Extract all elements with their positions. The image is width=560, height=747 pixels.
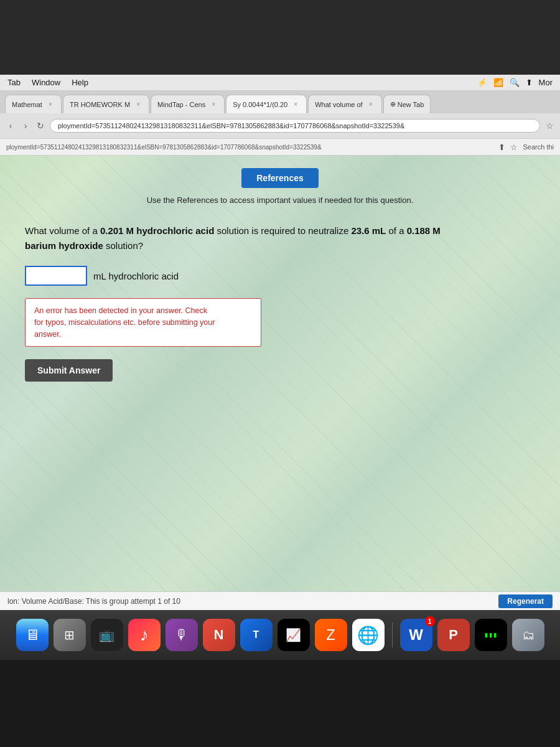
menu-window[interactable]: Window <box>32 78 60 87</box>
refresh-icon[interactable]: ↻ <box>35 120 46 131</box>
answer-unit: mL hydrochloric acid <box>93 271 179 281</box>
tab-math-label: Mathemat <box>12 101 42 108</box>
share-toolbar-icon[interactable]: ⬆ <box>498 143 505 152</box>
tab-newtab[interactable]: ⊕ New Tab <box>383 95 431 113</box>
more-label: Mor <box>539 78 553 87</box>
star-toolbar-icon[interactable]: ☆ <box>510 143 518 152</box>
tab-sy[interactable]: Sy 0.0044*1/(0.20 × <box>226 95 307 113</box>
dock-podcasts[interactable]: 🎙 <box>166 619 198 651</box>
tab-newtab-icon: ⊕ <box>390 100 396 108</box>
references-label: Use the References to access important v… <box>25 195 535 205</box>
regenerate-button[interactable]: Regenerat <box>498 594 553 608</box>
tab-volume[interactable]: What volume of × <box>308 95 381 113</box>
dock-news[interactable]: N <box>203 619 235 651</box>
tab-homework[interactable]: TR HOMEWORK M × <box>63 95 149 113</box>
tab-newtab-label: New Tab <box>398 101 424 108</box>
tab-homework-label: TR HOMEWORK M <box>70 101 130 108</box>
error-text: An error has been detected in your answe… <box>34 305 252 340</box>
submit-answer-button[interactable]: Submit Answer <box>25 359 113 382</box>
dock-stocks[interactable]: 📈 <box>278 619 310 651</box>
menu-bar-right: ⚡ 📶 🔍 ⬆ Mor <box>477 78 553 87</box>
macos-search-icon[interactable]: 🔍 <box>510 78 520 87</box>
dock-music[interactable]: ♪ <box>128 619 161 651</box>
dock-notes[interactable]: Z <box>315 619 347 651</box>
dock-chrome[interactable]: 🌐 <box>352 619 385 651</box>
dock-launchpad[interactable]: ⊞ <box>54 619 86 651</box>
menu-tab[interactable]: Tab <box>7 78 21 87</box>
dock: 🖥 ⊞ 📺 ♪ 🎙 N T 📈 Z 🌐 W 1 P ▮▮▮ <box>0 610 560 660</box>
address-bar-url: ploymentId=5735112480241329813180832311&… <box>58 122 404 129</box>
tab-math-close[interactable]: × <box>46 100 55 109</box>
dock-divider <box>392 622 393 647</box>
tab-homework-close[interactable]: × <box>134 100 142 109</box>
tab-volume-label: What volume of <box>315 101 362 108</box>
status-bar: lon: Volume Acid/Base: This is group att… <box>0 591 560 610</box>
tab-bar: Mathemat × TR HOMEWORK M × MindTap - Cen… <box>0 91 560 113</box>
address-bar[interactable]: ploymentId=5735112480241329813180832311&… <box>50 119 540 133</box>
tab-mindtap[interactable]: MindTap - Cens × <box>151 95 225 113</box>
dock-tv[interactable]: 📺 <box>91 619 123 651</box>
dock-finder[interactable]: 🖥 <box>16 619 49 651</box>
battery-icon: ⚡ <box>477 78 487 87</box>
toolbar-full-url: ploymentId=5735112480241329813180832311&… <box>6 144 498 151</box>
page-content: References Use the References to access … <box>0 156 560 591</box>
answer-input[interactable] <box>25 266 87 286</box>
error-box: An error has been detected in your answe… <box>25 298 261 347</box>
tab-sy-label: Sy 0.0044*1/(0.20 <box>233 101 287 108</box>
menu-help[interactable]: Help <box>72 78 88 87</box>
question-text: What volume of a 0.201 M hydrochloric ac… <box>25 223 460 253</box>
answer-row: mL hydrochloric acid <box>25 266 535 286</box>
tab-sy-close[interactable]: × <box>291 100 300 109</box>
tab-mindtap-close[interactable]: × <box>209 100 218 109</box>
search-this-label: Search thi <box>523 143 554 151</box>
references-button[interactable]: References <box>241 168 319 188</box>
back-icon[interactable]: ‹ <box>5 120 16 131</box>
toolbar-row: ploymentId=5735112480241329813180832311&… <box>0 138 560 156</box>
toolbar-right: ⬆ ☆ Search thi <box>498 143 554 152</box>
bookmark-icon[interactable]: ☆ <box>544 120 555 131</box>
tab-math[interactable]: Mathemat × <box>5 95 62 113</box>
tab-mindtap-label: MindTap - Cens <box>157 101 205 108</box>
tab-volume-close[interactable]: × <box>366 100 375 109</box>
top-dark-bar <box>0 0 560 75</box>
dock-finder-window[interactable]: 🗂 <box>512 619 544 651</box>
menu-bar: Tab Window Help ⚡ 📶 🔍 ⬆ Mor <box>0 75 560 91</box>
dock-word[interactable]: W 1 <box>400 619 432 651</box>
dock-translate[interactable]: T <box>240 619 273 651</box>
dock-terminal[interactable]: ▮▮▮ <box>475 619 507 651</box>
dock-powerpoint[interactable]: P <box>437 619 470 651</box>
status-text: lon: Volume Acid/Base: This is group att… <box>7 597 180 606</box>
word-badge: 1 <box>425 616 435 626</box>
wifi-icon: 📶 <box>493 78 503 87</box>
forward-icon[interactable]: › <box>20 120 31 131</box>
share-icon: ⬆ <box>526 78 533 87</box>
address-bar-row: ‹ › ↻ ploymentId=57351124802413298131808… <box>0 113 560 138</box>
